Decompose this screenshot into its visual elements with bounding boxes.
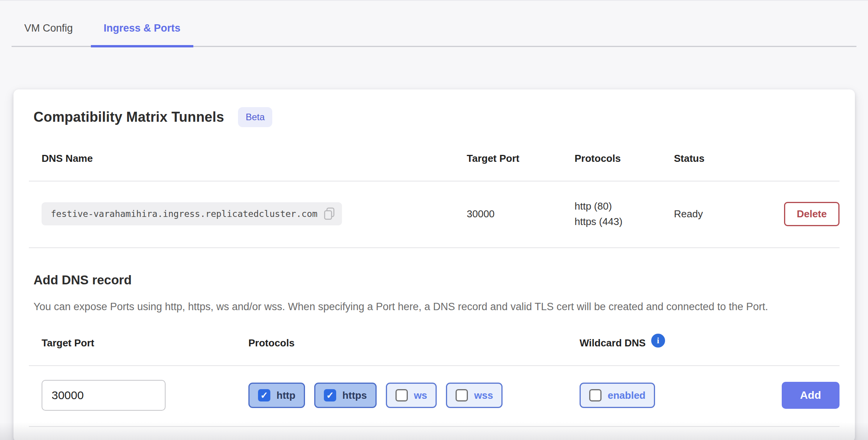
dns-name-value: festive-varahamihira.ingress.replicatedc…: [51, 209, 317, 219]
checkbox-ws[interactable]: ws: [386, 383, 437, 408]
cell-status: Ready: [674, 208, 784, 220]
card-title-row: Compatibility Matrix Tunnels Beta: [29, 107, 840, 127]
add-dns-record-title: Add DNS record: [29, 273, 840, 287]
table-row: festive-varahamihira.ingress.replicatedc…: [29, 181, 840, 248]
checkbox-wss[interactable]: wss: [446, 383, 503, 408]
add-button[interactable]: Add: [782, 382, 840, 409]
header-status: Status: [674, 153, 840, 165]
header-dns-name: DNS Name: [42, 153, 467, 165]
header-protocols: Protocols: [575, 153, 674, 165]
delete-button[interactable]: Delete: [784, 202, 840, 226]
beta-badge: Beta: [238, 107, 272, 127]
label-wildcard-dns: Wildcard DNS: [580, 337, 646, 349]
cell-protocols: http (80) https (443): [575, 198, 674, 230]
target-port-input[interactable]: [42, 380, 166, 411]
add-dns-record-description: You can expose Ports using http, https, …: [29, 299, 834, 315]
label-target-port: Target Port: [42, 337, 248, 349]
info-icon[interactable]: i: [651, 334, 665, 348]
label-protocols: Protocols: [248, 337, 580, 349]
unchecked-checkbox-icon: [589, 389, 602, 401]
protocol-line-http: http (80): [575, 198, 674, 214]
tunnels-card: Compatibility Matrix Tunnels Beta DNS Na…: [13, 89, 855, 440]
tab-bar: VM Config Ingress & Ports: [12, 1, 856, 47]
checkbox-https-label: https: [342, 390, 367, 401]
checkbox-http-label: http: [276, 390, 295, 401]
checked-checkbox-icon: ✓: [324, 389, 336, 401]
unchecked-checkbox-icon: [456, 389, 468, 401]
card-title: Compatibility Matrix Tunnels: [34, 109, 224, 125]
checkbox-wildcard-enabled[interactable]: enabled: [580, 383, 655, 408]
form-labels-row: Target Port Protocols Wildcard DNS i: [29, 336, 840, 366]
checkbox-enabled-label: enabled: [608, 390, 645, 401]
cell-target-port: 30000: [467, 208, 575, 220]
checked-checkbox-icon: ✓: [258, 389, 270, 401]
copy-icon[interactable]: [323, 207, 335, 220]
unchecked-checkbox-icon: [395, 389, 408, 401]
protocol-checkbox-group: ✓ http ✓ https ws wss: [248, 383, 580, 408]
checkbox-https[interactable]: ✓ https: [314, 383, 377, 408]
table-header-row: DNS Name Target Port Protocols Status: [29, 153, 840, 181]
checkbox-http[interactable]: ✓ http: [248, 383, 305, 408]
header-target-port: Target Port: [467, 153, 575, 165]
form-controls-row: ✓ http ✓ https ws wss e: [29, 366, 840, 427]
tab-ingress-ports[interactable]: Ingress & Ports: [91, 22, 193, 46]
protocol-line-https: https (443): [575, 214, 674, 229]
dns-name-pill: festive-varahamihira.ingress.replicatedc…: [42, 202, 342, 225]
tab-vm-config[interactable]: VM Config: [12, 22, 85, 46]
checkbox-wss-label: wss: [474, 390, 493, 401]
checkbox-ws-label: ws: [414, 390, 427, 401]
